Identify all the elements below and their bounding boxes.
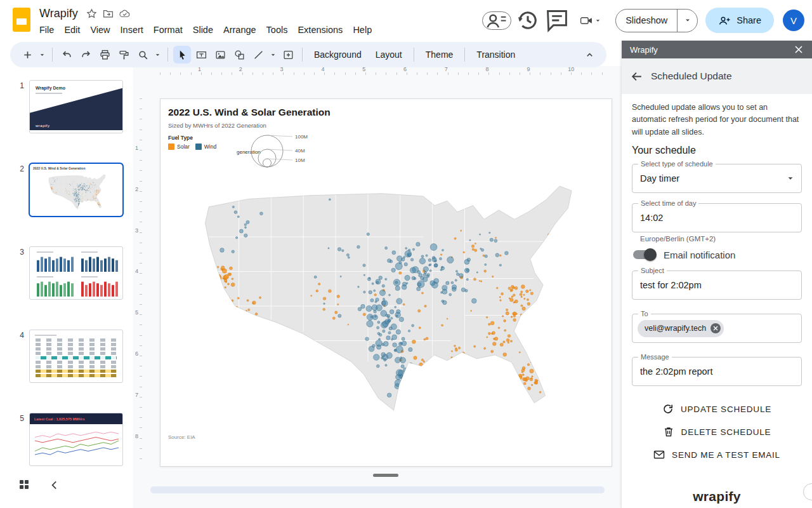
share-button[interactable]: Share xyxy=(705,8,774,33)
legend-swatch xyxy=(195,144,202,150)
zoom-dropdown-button[interactable] xyxy=(153,46,162,64)
grid-view-button[interactable] xyxy=(16,477,32,492)
panel-back-row[interactable]: Scheduled Update xyxy=(622,58,812,94)
new-slide-dropdown-button[interactable] xyxy=(37,46,47,64)
slide-thumbnail-1[interactable]: Wrapify Demowrapify xyxy=(29,80,123,133)
menu-slide[interactable]: Slide xyxy=(188,23,218,36)
notes-resize-handle[interactable] xyxy=(373,474,398,477)
menu-arrange[interactable]: Arrange xyxy=(218,23,261,36)
ruler-mark: 2 xyxy=(135,186,138,192)
horizontal-ruler: 12345678910 xyxy=(150,66,611,75)
menu-help[interactable]: Help xyxy=(348,23,377,36)
menu-edit[interactable]: Edit xyxy=(59,23,85,36)
collapse-toolbar-button[interactable] xyxy=(580,45,599,64)
insert-image-button[interactable] xyxy=(211,46,229,64)
to-input[interactable]: To veli@wrapify.tech xyxy=(632,314,802,343)
menu-format[interactable]: Format xyxy=(148,23,188,36)
filmstrip-collapse-button[interactable] xyxy=(47,478,62,493)
subject-label: Subject xyxy=(638,267,667,275)
time-of-day-input[interactable]: Select time of day 14:02 xyxy=(632,203,802,232)
action-label: DELETE SCHEDULE xyxy=(681,427,771,437)
select-tool-button[interactable] xyxy=(173,46,191,64)
document-title[interactable]: Wrapify xyxy=(39,7,78,20)
email-notification-toggle[interactable] xyxy=(633,250,655,259)
filmstrip-slide-3: 3 xyxy=(14,246,133,300)
slide-number: 4 xyxy=(14,330,24,340)
recipient-email: veli@wrapify.tech xyxy=(645,324,706,333)
insert-placeholder-button[interactable] xyxy=(279,46,297,64)
slideshow-split-button: Slideshow xyxy=(615,9,698,32)
meet-camera-button[interactable] xyxy=(573,8,608,33)
transition-button[interactable]: Transition xyxy=(469,46,522,64)
toggle-knob xyxy=(644,248,657,261)
menu-insert[interactable]: Insert xyxy=(115,23,148,36)
slideshow-dropdown-button[interactable] xyxy=(678,10,697,32)
text-box-button[interactable] xyxy=(192,46,210,64)
star-icon[interactable] xyxy=(86,8,97,19)
slide-title[interactable]: 2022 U.S. Wind & Solar Generation xyxy=(168,107,331,118)
move-folder-icon[interactable] xyxy=(103,8,114,19)
schedule-type-select[interactable]: Select type of schedule Day timer xyxy=(632,164,802,193)
paint-format-button[interactable] xyxy=(115,46,133,64)
top-bar: Wrapify FileEditViewInsertFormatSlideArr… xyxy=(0,0,812,41)
fuel-type-legend: Fuel Type SolarWind xyxy=(168,135,222,150)
menu-tools[interactable]: Tools xyxy=(261,23,293,36)
panel-subtitle: Scheduled Update xyxy=(651,70,732,82)
slide-page[interactable]: 2022 U.S. Wind & Solar Generation Sized … xyxy=(160,98,612,467)
remove-recipient-icon[interactable] xyxy=(710,323,721,333)
zoom-button[interactable] xyxy=(134,46,152,64)
message-input[interactable]: Message the 2:02pm report xyxy=(632,357,802,386)
print-button[interactable] xyxy=(96,46,114,64)
thumb-bar-charts xyxy=(30,247,122,299)
slide-thumbnail-5[interactable]: Latest Coal : 1,625,575 MWHrs xyxy=(29,413,123,466)
legend-title: Fuel Type xyxy=(168,135,222,141)
slide-thumbnail-4[interactable] xyxy=(29,330,123,383)
panel-title: Wrapify xyxy=(630,45,658,55)
redo-button[interactable] xyxy=(77,46,95,64)
email-notification-row: Email notification xyxy=(632,248,802,262)
ruler-mark: 7 xyxy=(135,392,138,398)
subject-input[interactable]: Subject test for 2:02pm xyxy=(632,271,802,300)
wrapify-logo: wrapify xyxy=(622,489,812,504)
delete-schedule-button[interactable]: DELETE SCHEDULE xyxy=(622,420,812,443)
insert-line-dropdown-button[interactable] xyxy=(268,46,278,64)
slide-thumbnail-3[interactable] xyxy=(29,246,123,300)
panel-description: Scheduled update allows you to set an au… xyxy=(632,102,802,138)
recipient-chip[interactable]: veli@wrapify.tech xyxy=(638,320,724,337)
background-button[interactable]: Background xyxy=(307,46,369,64)
slideshow-button[interactable]: Slideshow xyxy=(616,10,678,32)
menu-extensions[interactable]: Extensions xyxy=(292,23,348,36)
update-schedule-button[interactable]: UPDATE SCHEDULE xyxy=(622,398,812,420)
slide-thumbnail-2[interactable]: 2022 U.S. Wind & Solar Generation xyxy=(29,163,123,217)
back-arrow-icon[interactable] xyxy=(631,70,643,83)
us-bubble-map[interactable] xyxy=(163,168,610,444)
version-history-icon[interactable] xyxy=(515,8,540,33)
comment-icon[interactable] xyxy=(544,8,570,33)
toolbar-row: BackgroundLayoutThemeTransition xyxy=(10,42,606,67)
email-notification-label: Email notification xyxy=(664,250,735,260)
schedule-type-value: Day timer xyxy=(640,173,679,184)
insert-line-button[interactable] xyxy=(249,46,267,64)
undo-button[interactable] xyxy=(58,46,75,64)
account-avatar[interactable]: V xyxy=(783,10,804,31)
layout-button[interactable]: Layout xyxy=(369,46,409,64)
close-panel-icon[interactable] xyxy=(794,44,804,55)
insert-shape-button[interactable] xyxy=(230,46,248,64)
toolbar-tools xyxy=(18,46,298,64)
title-area: Wrapify FileEditViewInsertFormatSlideArr… xyxy=(39,5,377,36)
slides-app-icon[interactable] xyxy=(13,8,30,32)
menu-file[interactable]: File xyxy=(34,23,59,36)
cloud-status-icon[interactable] xyxy=(119,8,130,19)
filmstrip-slide-4: 4 xyxy=(14,330,133,383)
legend-label: Wind xyxy=(204,144,216,150)
toolbar: BackgroundLayoutThemeTransition xyxy=(10,42,606,67)
theme-button[interactable]: Theme xyxy=(419,46,461,64)
schedule-type-label: Select type of schedule xyxy=(638,160,716,168)
activity-dashboard-icon[interactable] xyxy=(482,11,511,30)
menu-view[interactable]: View xyxy=(85,23,115,36)
legend-label: Solar xyxy=(177,144,190,150)
time-of-day-value: 14:02 xyxy=(640,213,663,223)
horizontal-scrollbar[interactable] xyxy=(150,486,605,493)
send-test-email-button[interactable]: SEND ME A TEST EMAIL xyxy=(622,443,812,466)
new-slide-button[interactable] xyxy=(18,46,36,64)
